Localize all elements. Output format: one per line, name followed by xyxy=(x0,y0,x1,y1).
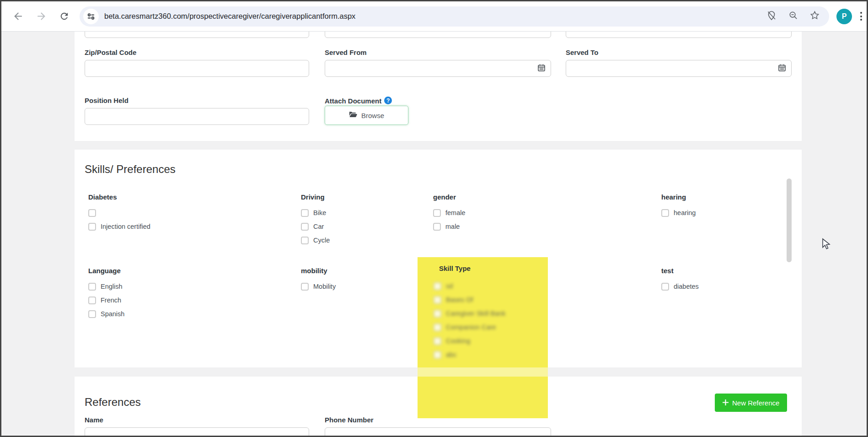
skills-section-title: Skills/ Preferences xyxy=(85,163,176,176)
checkbox-item-spanish[interactable]: Spanish xyxy=(88,307,124,321)
skill-type-highlight: Skill Type sdBases OfCaregiver Skill Ban… xyxy=(418,257,548,418)
checkbox-item-cooking[interactable]: Cooking xyxy=(434,334,506,348)
checkbox-item-mobility[interactable]: Mobility xyxy=(301,280,336,293)
checkbox[interactable] xyxy=(88,310,96,318)
checkbox[interactable] xyxy=(301,237,309,244)
checkbox[interactable] xyxy=(433,209,441,217)
checkbox-item-caregiver-skill-bank[interactable]: Caregiver Skill Bank xyxy=(434,307,506,320)
checkbox-label: Companion Care xyxy=(446,324,496,331)
new-reference-label: New Reference xyxy=(732,399,779,407)
skill-group-label: Language xyxy=(88,267,124,275)
references-section-title: References xyxy=(85,396,141,409)
url-text: beta.caresmartz360.com/prospectivecaregi… xyxy=(104,12,766,21)
checkbox-item-english[interactable]: English xyxy=(88,280,124,293)
reload-icon[interactable] xyxy=(59,11,70,22)
checkbox[interactable] xyxy=(661,283,669,291)
served-to-input[interactable] xyxy=(566,60,792,77)
checkbox-item-cycle[interactable]: Cycle xyxy=(301,233,330,247)
back-icon[interactable] xyxy=(12,11,24,22)
skill-group-driving: DrivingBikeCarCycle xyxy=(301,193,330,247)
checkbox[interactable] xyxy=(434,310,441,318)
reference-name-input[interactable] xyxy=(85,427,309,437)
skilltype-group-body: sdBases OfCaregiver Skill BankCompanion … xyxy=(434,279,506,361)
checkbox-item-injection-certified[interactable]: Injection certified xyxy=(88,220,150,233)
checkbox-label: Bases Of xyxy=(446,296,473,303)
reference-phone-label: Phone Number xyxy=(325,416,374,424)
served-to-label: Served To xyxy=(566,49,598,56)
checkbox-item-french[interactable]: French xyxy=(88,293,124,307)
checkbox-item-bases-of[interactable]: Bases Of xyxy=(434,293,506,307)
help-icon[interactable]: ? xyxy=(384,97,392,104)
mouse-cursor xyxy=(820,237,832,253)
card-gap-band xyxy=(418,367,548,377)
checkbox[interactable] xyxy=(434,324,441,331)
checkbox-item-abc[interactable]: abc xyxy=(434,348,506,361)
checkbox[interactable] xyxy=(88,209,96,217)
checkbox-item-bike[interactable]: Bike xyxy=(301,206,330,220)
checkbox-label: Spanish xyxy=(101,310,124,318)
checkbox[interactable] xyxy=(301,283,309,291)
served-from-input[interactable] xyxy=(325,60,551,77)
zip-label: Zip/Postal Code xyxy=(85,49,136,56)
checkbox-item-diabetes[interactable]: diabetes xyxy=(661,280,699,293)
position-held-label: Position Held xyxy=(85,97,129,104)
skill-group-gender: genderfemalemale xyxy=(433,193,466,233)
checkbox-label: Cycle xyxy=(313,237,330,244)
plus-icon xyxy=(723,399,729,407)
site-settings-icon[interactable] xyxy=(83,9,99,24)
zoom-out-icon[interactable] xyxy=(788,10,798,22)
employment-form-card: Zip/Postal Code Served From Served To xyxy=(75,21,802,141)
skill-group-test: testdiabetes xyxy=(661,267,699,293)
browse-button[interactable]: Browse xyxy=(325,106,408,125)
new-reference-button[interactable]: New Reference xyxy=(715,394,787,412)
forward-icon[interactable] xyxy=(36,11,47,22)
skill-group-diabetes: DiabetesInjection certified xyxy=(88,193,150,233)
skill-group-label: mobility xyxy=(301,267,336,275)
checkbox-item-hearing[interactable]: hearing xyxy=(661,206,696,220)
location-blocked-icon[interactable] xyxy=(766,10,777,23)
checkbox[interactable] xyxy=(301,209,309,217)
checkbox-label: Mobility xyxy=(313,283,336,290)
checkbox-label: Cooking xyxy=(446,337,470,345)
checkbox-label: Bike xyxy=(313,209,326,216)
checkbox-label: diabetes xyxy=(674,283,699,290)
calendar-icon[interactable] xyxy=(538,64,545,73)
checkbox[interactable] xyxy=(88,223,96,231)
reference-phone-input[interactable] xyxy=(325,427,551,437)
position-held-input[interactable] xyxy=(85,108,309,125)
checkbox[interactable] xyxy=(434,296,441,304)
browser-menu-icon[interactable] xyxy=(860,12,862,21)
checkbox[interactable] xyxy=(88,297,96,304)
checkbox[interactable] xyxy=(661,209,669,217)
checkbox-label: French xyxy=(101,297,121,304)
profile-avatar[interactable]: P xyxy=(836,9,852,24)
skill-group-label: hearing xyxy=(661,193,696,201)
browser-toolbar: beta.caresmartz360.com/prospectivecaregi… xyxy=(1,1,867,32)
checkbox-label: male xyxy=(445,223,460,230)
calendar-icon[interactable] xyxy=(778,64,786,73)
checkbox[interactable] xyxy=(434,351,441,359)
skill-group-label: Driving xyxy=(301,193,330,201)
checkbox-label: sd xyxy=(446,282,453,290)
skill-group-label: test xyxy=(661,267,699,275)
zip-input[interactable] xyxy=(85,60,309,77)
checkbox[interactable] xyxy=(433,223,441,231)
checkbox[interactable] xyxy=(434,337,441,345)
bookmark-star-icon[interactable] xyxy=(809,10,820,22)
checkbox-item-car[interactable]: Car xyxy=(301,220,330,233)
skill-group-hearing: hearinghearing xyxy=(661,193,696,220)
checkbox[interactable] xyxy=(301,223,309,231)
served-from-label: Served From xyxy=(325,49,367,56)
checkbox-item-sd[interactable]: sd xyxy=(434,279,506,293)
folder-open-icon xyxy=(349,111,357,119)
checkbox-item-blank[interactable] xyxy=(88,206,150,220)
checkbox-item-male[interactable]: male xyxy=(433,220,466,233)
checkbox[interactable] xyxy=(434,282,441,290)
checkbox[interactable] xyxy=(88,283,96,291)
address-bar[interactable]: beta.caresmartz360.com/prospectivecaregi… xyxy=(80,6,829,27)
checkbox-item-companion-care[interactable]: Companion Care xyxy=(434,320,506,334)
checkbox-label: Injection certified xyxy=(101,223,150,230)
checkbox-item-female[interactable]: female xyxy=(433,206,466,220)
scrollbar-thumb[interactable] xyxy=(787,178,792,262)
skill-group-mobility: mobilityMobility xyxy=(301,267,336,293)
